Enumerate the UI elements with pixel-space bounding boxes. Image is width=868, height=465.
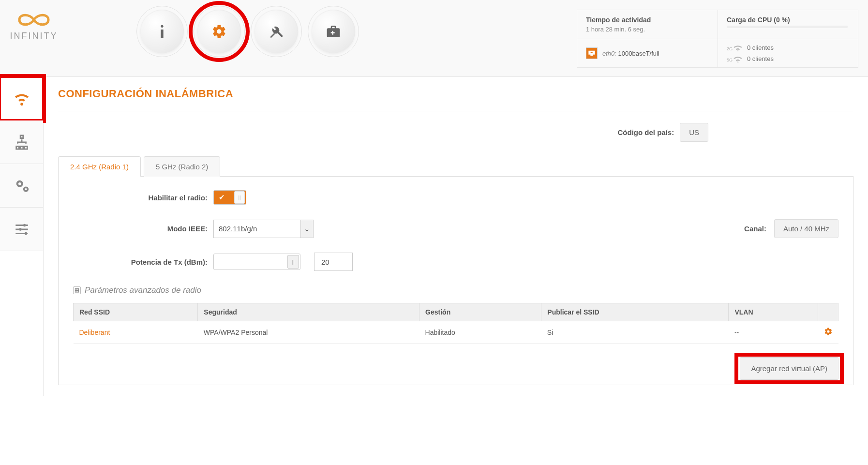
channel-select[interactable]: Auto / 40 MHz (774, 219, 838, 238)
tx-power-slider[interactable]: || (213, 254, 300, 270)
tab-body: Habilitar el radio: ✔ || Modo IEEE: 802.… (58, 176, 853, 385)
status-panel-bottom: eth0: 1000baseT/full 2G 0 clientes 5G 0 … (577, 39, 858, 68)
sidebar-item-wireless[interactable] (0, 77, 43, 120)
svg-point-0 (23, 224, 26, 226)
advanced-params-label: Parámetros avanzados de radio (85, 285, 201, 295)
svg-point-1 (19, 228, 22, 231)
clients-cell: 2G 0 clientes 5G 0 clientes (718, 39, 858, 67)
svg-point-2 (24, 232, 27, 235)
status-panel: Tiempo de actividad 1 hora 28 min. 6 seg… (577, 10, 858, 39)
ieee-mode-label: Modo IEEE: (73, 225, 213, 233)
tx-power-value[interactable]: 20 (314, 253, 353, 271)
page-title: CONFIGURACIÓN INALÁMBRICA (58, 88, 853, 111)
cpu-cell: Carga de CPU (0 %) (718, 10, 858, 39)
highlight-annotation (189, 1, 250, 62)
sidebar-item-services[interactable] (0, 164, 43, 208)
tx-power-label: Potencia de Tx (dBm): (73, 258, 213, 266)
infinity-icon (10, 10, 58, 30)
th-actions (818, 303, 838, 321)
ieee-mode-select[interactable]: 802.11b/g/n ⌄ (213, 220, 314, 238)
eth-if: eth0: (602, 50, 616, 57)
ssid-link[interactable]: Deliberant (79, 329, 110, 336)
slider-thumb[interactable]: || (287, 255, 299, 269)
th-ssid: Red SSID (74, 303, 198, 321)
nav-settings-button[interactable] (197, 10, 241, 53)
header-nav (140, 10, 355, 53)
divider (58, 111, 853, 111)
uptime-label: Tiempo de actividad (586, 16, 709, 24)
country-label: Código del país: (617, 128, 674, 136)
app-header: INFINITY Tiempo de actividad 1 hora 28 m… (0, 0, 868, 77)
sidebar-item-network[interactable] (0, 120, 43, 164)
chevron-down-icon: ⌄ (300, 220, 313, 238)
gear-icon (824, 327, 833, 336)
brand-text: INFINITY (10, 31, 58, 41)
wifi-icon (14, 90, 30, 107)
cell-vlan: -- (729, 321, 818, 344)
eth-status: eth0: 1000baseT/full (577, 39, 718, 67)
toggle-knob: || (234, 191, 245, 204)
tab-radio-1[interactable]: 2.4 GHz (Radio 1) (58, 156, 141, 177)
th-security: Seguridad (198, 303, 419, 321)
sidebar (0, 77, 44, 396)
gear-icon (211, 24, 227, 39)
clients-5g: 0 clientes (747, 55, 774, 62)
eth-speed: 1000baseT/full (618, 50, 659, 57)
main-content: CONFIGURACIÓN INALÁMBRICA Código del paí… (44, 77, 868, 396)
table-header-row: Red SSID Seguridad Gestión Publicar el S… (74, 303, 838, 321)
brand-logo: INFINITY (10, 10, 58, 41)
row-settings-button[interactable] (818, 321, 838, 344)
band-5g-label: 5G (727, 58, 733, 62)
th-mgmt: Gestión (419, 303, 541, 321)
th-vlan: VLAN (729, 303, 818, 321)
country-select[interactable]: US (680, 123, 708, 142)
uptime-cell: Tiempo de actividad 1 hora 28 min. 6 seg… (577, 10, 718, 39)
cell-mgmt: Habilitado (419, 321, 541, 344)
cell-publish: Si (541, 321, 729, 344)
sliders-icon (14, 221, 30, 238)
check-icon: ✔ (219, 193, 225, 202)
cpu-label: Carga de CPU (0 %) (727, 16, 849, 24)
wifi-icon (733, 56, 743, 62)
add-vap-button[interactable]: Agregar red virtual (AP) (740, 357, 838, 380)
advanced-params-toggle[interactable]: ⊞ Parámetros avanzados de radio (73, 285, 838, 295)
clients-2g: 0 clientes (747, 44, 774, 51)
th-publish: Publicar el SSID (541, 303, 729, 321)
cell-security: WPA/WPA2 Personal (198, 321, 419, 344)
add-vap-label: Agregar red virtual (AP) (751, 364, 827, 373)
enable-radio-label: Habilitar el radio: (73, 194, 213, 202)
nav-tools-button[interactable] (254, 10, 298, 53)
country-row: Código del país: US (58, 123, 853, 142)
nav-support-button[interactable] (312, 10, 355, 53)
tools-icon (269, 24, 284, 39)
gears-icon (14, 178, 30, 194)
briefcase-medical-icon (326, 24, 341, 39)
ssid-table: Red SSID Seguridad Gestión Publicar el S… (73, 303, 838, 344)
ethernet-icon (586, 47, 598, 59)
band-2g-label: 2G (727, 46, 733, 51)
wifi-icon (733, 45, 743, 51)
enable-radio-toggle[interactable]: ✔ || (213, 190, 246, 205)
channel-label: Canal: (744, 225, 766, 233)
radio-tabs: 2.4 GHz (Radio 1) 5 GHz (Radio 2) (58, 156, 853, 177)
sidebar-item-system[interactable] (0, 208, 43, 251)
tab-radio-2[interactable]: 5 GHz (Radio 2) (144, 156, 220, 177)
ieee-mode-value: 802.11b/g/n (219, 225, 257, 233)
info-icon (154, 24, 170, 39)
table-row: Deliberant WPA/WPA2 Personal Habilitado … (74, 321, 838, 344)
network-icon (14, 134, 30, 150)
uptime-value: 1 hora 28 min. 6 seg. (586, 26, 709, 33)
cpu-bar (727, 26, 848, 28)
expand-icon: ⊞ (73, 286, 81, 294)
nav-info-button[interactable] (140, 10, 184, 53)
